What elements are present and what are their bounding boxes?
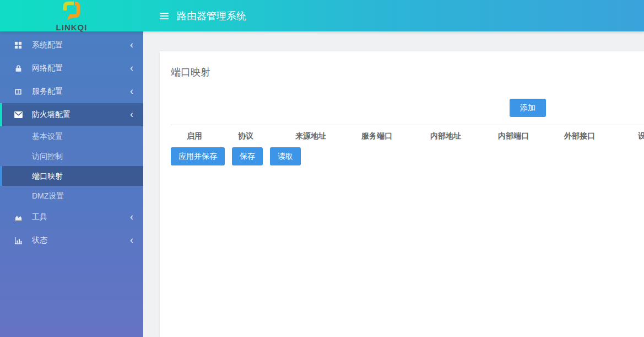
sidebar-subitem-basic-settings[interactable]: 基本设置 [0, 126, 143, 146]
sidebar-item-label: 系统配置 [32, 40, 63, 50]
chevron-left-icon: ‹ [130, 63, 133, 73]
area-chart-icon [14, 213, 23, 222]
sidebar-item-label: 服务配置 [32, 87, 63, 97]
sidebar-subitem-dmz-settings[interactable]: DMZ设置 [0, 186, 143, 206]
chevron-left-icon: ‹ [130, 235, 133, 245]
sidebar-item-service-config[interactable]: 服务配置 ‹ [0, 80, 143, 103]
lock-icon [14, 64, 23, 73]
menu-toggle-icon[interactable] [160, 13, 169, 19]
col-header-service-port: 服务端口 [348, 131, 405, 141]
chevron-left-icon: ‹ [130, 86, 133, 96]
col-header-protocol: 协议 [218, 131, 273, 141]
chevron-left-icon: ‹ [130, 40, 133, 50]
port-mapping-card: 端口映射 添加 启用 协议 来源地址 服务端口 内部地址 内部端口 外部接口 设… [160, 51, 644, 337]
envelope-icon [14, 110, 23, 119]
page-title: 端口映射 [171, 66, 644, 79]
sidebar-nav: 系统配置 ‹ 网络配置 ‹ 服务配置 ‹ [0, 31, 143, 337]
sidebar-item-system-config[interactable]: 系统配置 ‹ [0, 34, 143, 57]
chevron-left-icon: ‹ [130, 109, 133, 119]
col-header-settings: 设置 [618, 131, 644, 141]
sidebar-item-firewall-config[interactable]: 防火墙配置 ‹ [0, 103, 143, 126]
app-title: 路由器管理系统 [177, 9, 246, 23]
save-button[interactable]: 保存 [232, 147, 263, 165]
sidebar-item-label: 网络配置 [32, 63, 63, 73]
bar-chart-icon [14, 236, 23, 245]
action-buttons-row: 应用并保存 保存 读取 [171, 147, 644, 165]
columns-icon [14, 87, 23, 96]
read-button[interactable]: 读取 [270, 147, 301, 165]
sidebar-subitem-port-mapping[interactable]: 端口映射 [0, 166, 143, 186]
col-header-source-address: 来源地址 [273, 131, 348, 141]
add-row: 添加 [171, 99, 644, 117]
linkqi-logo-icon [61, 0, 83, 22]
chevron-left-icon: ‹ [130, 212, 133, 222]
brand-logo: LINKQI [0, 0, 143, 31]
sidebar-item-tools[interactable]: 工具 ‹ [0, 206, 143, 229]
apply-and-save-button[interactable]: 应用并保存 [171, 147, 225, 165]
add-button[interactable]: 添加 [510, 99, 546, 117]
router-admin-app: LINKQI 路由器管理系统 系统配置 ‹ 网络配置 [0, 0, 644, 337]
grid-icon [14, 41, 23, 50]
header-bar: 路由器管理系统 [143, 0, 644, 31]
sidebar-item-label: 工具 [32, 212, 47, 222]
table-header-row: 启用 协议 来源地址 服务端口 内部地址 内部端口 外部接口 设置 [171, 125, 644, 147]
brand-name: LINKQI [56, 23, 88, 32]
main-content: 端口映射 添加 启用 协议 来源地址 服务端口 内部地址 内部端口 外部接口 设… [143, 31, 644, 337]
sidebar-item-status[interactable]: 状态 ‹ [0, 229, 143, 252]
col-header-internal-port: 内部端口 [486, 131, 541, 141]
sidebar-item-network-config[interactable]: 网络配置 ‹ [0, 57, 143, 80]
col-header-enable: 启用 [171, 131, 218, 141]
col-header-external-interface: 外部接口 [541, 131, 618, 141]
top-header: LINKQI 路由器管理系统 [0, 0, 644, 31]
sidebar-subitem-access-control[interactable]: 访问控制 [0, 146, 143, 166]
col-header-internal-address: 内部地址 [405, 131, 486, 141]
sidebar-item-label: 防火墙配置 [32, 110, 71, 120]
sidebar-item-label: 状态 [32, 236, 47, 245]
